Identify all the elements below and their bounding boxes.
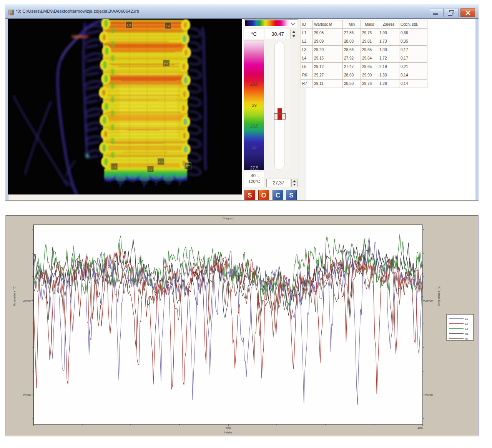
svg-text:L1: L1 [465,317,468,320]
svg-text:28,50: 28,50 [425,393,433,397]
svg-text:Diagram: Diagram [223,217,234,220]
svg-text:L3: L3 [127,23,131,27]
svg-text:200: 200 [226,426,231,430]
svg-text:R7: R7 [465,337,469,340]
svg-text:Indeks: Indeks [224,431,232,434]
svg-text:R7: R7 [186,164,190,168]
svg-text:L2: L2 [465,322,468,325]
svg-text:R6: R6 [164,62,168,66]
svg-text:Temperatura [°C]: Temperatura [°C] [437,285,440,306]
svg-text:L3: L3 [465,327,468,330]
svg-text:29,00: 29,00 [425,299,433,302]
svg-text:L1: L1 [113,165,116,169]
svg-text:L5: L5 [159,160,163,164]
svg-text:Temperatura [°C]: Temperatura [°C] [13,285,16,306]
svg-text:29,00: 29,00 [23,299,31,302]
svg-text:L2: L2 [149,168,153,172]
svg-text:400: 400 [417,426,423,430]
svg-text:L4: L4 [166,24,170,28]
svg-text:R6: R6 [465,332,469,335]
svg-text:28,50: 28,50 [23,393,31,397]
